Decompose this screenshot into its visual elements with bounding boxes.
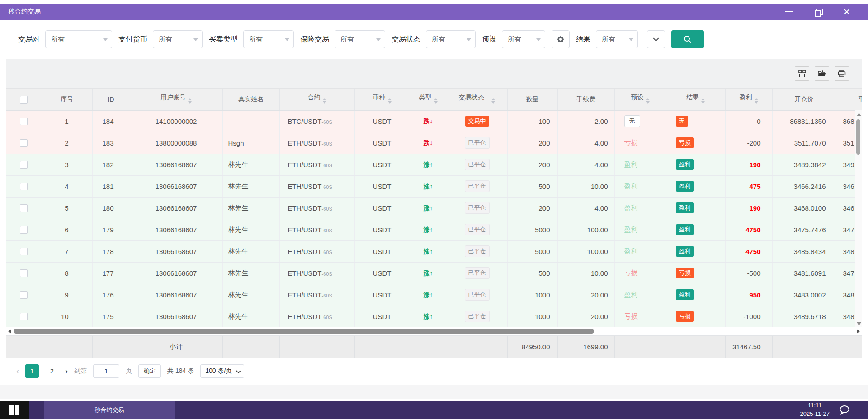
filter-result-select[interactable]: 所有: [596, 30, 638, 48]
column-header-checkbox[interactable]: [6, 89, 42, 110]
cell-checkbox: [6, 262, 42, 284]
vertical-scrollbar[interactable]: [855, 110, 862, 327]
cell-status: 已平仓: [447, 240, 507, 262]
sort-icon[interactable]: [646, 96, 650, 105]
column-header-preset[interactable]: 预设: [614, 89, 666, 110]
summary-cell-close: [836, 336, 862, 358]
close-button[interactable]: ✕: [840, 6, 854, 18]
filter-currency-select[interactable]: 所有: [153, 30, 203, 48]
preset-settings-button[interactable]: [552, 30, 570, 48]
filter-side-select[interactable]: 所有: [243, 30, 294, 48]
prev-page-button[interactable]: ‹: [16, 367, 19, 376]
sort-icon[interactable]: [388, 96, 392, 105]
scroll-left-arrow-icon[interactable]: [8, 329, 11, 334]
print-icon: [838, 70, 846, 77]
summary-cell-account: 小计: [130, 336, 222, 358]
sort-icon[interactable]: [434, 96, 438, 105]
filter-pair-select[interactable]: 所有: [45, 30, 112, 48]
cell-account: 13066168607: [130, 240, 222, 262]
filter-preset-select[interactable]: 所有: [502, 30, 545, 48]
cell-account: 13066168607: [130, 219, 222, 240]
select-all-checkbox[interactable]: [20, 96, 28, 104]
cell-preset: 盈利: [614, 197, 666, 219]
status-badge: 已平仓: [465, 245, 490, 257]
scroll-down-arrow-icon[interactable]: [857, 322, 861, 325]
cell-checkbox: [6, 132, 42, 154]
taskbar-date: 2025-11-27: [800, 410, 830, 419]
column-header-status[interactable]: 交易状态...: [447, 89, 507, 110]
vertical-scrollbar-thumb[interactable]: [856, 119, 860, 155]
taskbar-app-button[interactable]: 秒合约交易: [44, 401, 175, 419]
expand-filters-button[interactable]: [647, 30, 665, 48]
search-button[interactable]: [671, 30, 704, 48]
cell-checkbox: [6, 284, 42, 306]
page-size-select[interactable]: 100 条/页: [200, 364, 244, 378]
sort-icon[interactable]: [188, 96, 192, 105]
confirm-button[interactable]: 确定: [138, 364, 161, 378]
next-page-button[interactable]: ›: [65, 367, 68, 376]
row-checkbox[interactable]: [20, 204, 28, 212]
start-button[interactable]: [0, 401, 29, 419]
row-checkbox[interactable]: [20, 118, 28, 125]
row-checkbox[interactable]: [20, 248, 28, 255]
cell-seq: 5: [42, 197, 92, 219]
horizontal-scrollbar[interactable]: [6, 327, 862, 335]
chat-bubble-icon[interactable]: [839, 405, 850, 415]
cell-contract: ETH/USDT-60S: [279, 284, 354, 306]
table-row: 717813066168607林先生ETH/USDT-60SUSDT涨↑已平仓5…: [6, 240, 862, 262]
row-checkbox[interactable]: [20, 291, 28, 299]
sort-icon[interactable]: [491, 96, 495, 105]
sort-icon[interactable]: [701, 96, 705, 105]
print-button[interactable]: [835, 66, 849, 81]
row-checkbox[interactable]: [20, 161, 28, 169]
close-icon: ✕: [843, 8, 850, 16]
column-header-account[interactable]: 用户账号: [130, 89, 222, 110]
contract-period: -60S: [322, 250, 332, 255]
row-checkbox[interactable]: [20, 313, 28, 320]
minimize-button[interactable]: [782, 6, 796, 18]
page-button-1[interactable]: 1: [25, 364, 39, 378]
row-checkbox[interactable]: [20, 269, 28, 277]
cell-amount: 100: [507, 110, 557, 132]
filter-insurance-select[interactable]: 所有: [335, 30, 385, 48]
column-settings-button[interactable]: [795, 66, 809, 81]
summary-cell-profit: 31467.50: [725, 336, 772, 358]
column-header-currency[interactable]: 币种: [354, 89, 410, 110]
horizontal-scrollbar-thumb[interactable]: [14, 329, 594, 334]
contract-period: -60S: [322, 184, 332, 190]
sort-icon[interactable]: [755, 96, 758, 105]
cell-seq: 10: [42, 306, 92, 327]
cell-amount: 1000: [507, 284, 557, 306]
row-checkbox[interactable]: [20, 226, 28, 234]
show-desktop-divider[interactable]: [863, 404, 863, 416]
cell-contract: ETH/USDT-60S: [279, 154, 354, 175]
column-header-profit[interactable]: 盈利: [725, 89, 772, 110]
cell-preset: 盈利: [614, 240, 666, 262]
cell-result: 盈利: [666, 284, 725, 306]
column-header-contract[interactable]: 合约: [279, 89, 354, 110]
scroll-right-arrow-icon[interactable]: [857, 329, 860, 334]
goto-page-input[interactable]: [93, 364, 119, 378]
export-button[interactable]: [815, 66, 829, 81]
taskbar-clock[interactable]: 11:11 2025-11-27: [800, 401, 830, 419]
cell-result: 盈利: [666, 175, 725, 197]
restore-button[interactable]: [811, 6, 825, 18]
filter-status-select[interactable]: 所有: [426, 30, 476, 48]
sort-icon[interactable]: [323, 96, 326, 105]
bottom-gap: [0, 385, 868, 399]
result-badge: 盈利: [676, 246, 694, 257]
cell-id: 178: [92, 240, 130, 262]
cell-preset: 亏损: [614, 132, 666, 154]
row-checkbox[interactable]: [20, 183, 28, 190]
page-button-2[interactable]: 2: [45, 364, 59, 378]
column-header-result[interactable]: 结果: [666, 89, 725, 110]
scroll-up-arrow-icon[interactable]: [857, 113, 861, 116]
cell-fee: 20.00: [557, 284, 614, 306]
taskbar-tray: 11:11 2025-11-27: [800, 401, 868, 419]
cell-id: 183: [92, 132, 130, 154]
cell-name: 林先生: [222, 284, 279, 306]
cell-open: 3481.6091: [772, 262, 836, 284]
row-checkbox[interactable]: [20, 139, 28, 147]
result-badge: 亏损: [676, 137, 694, 148]
column-header-type[interactable]: 类型: [410, 89, 447, 110]
